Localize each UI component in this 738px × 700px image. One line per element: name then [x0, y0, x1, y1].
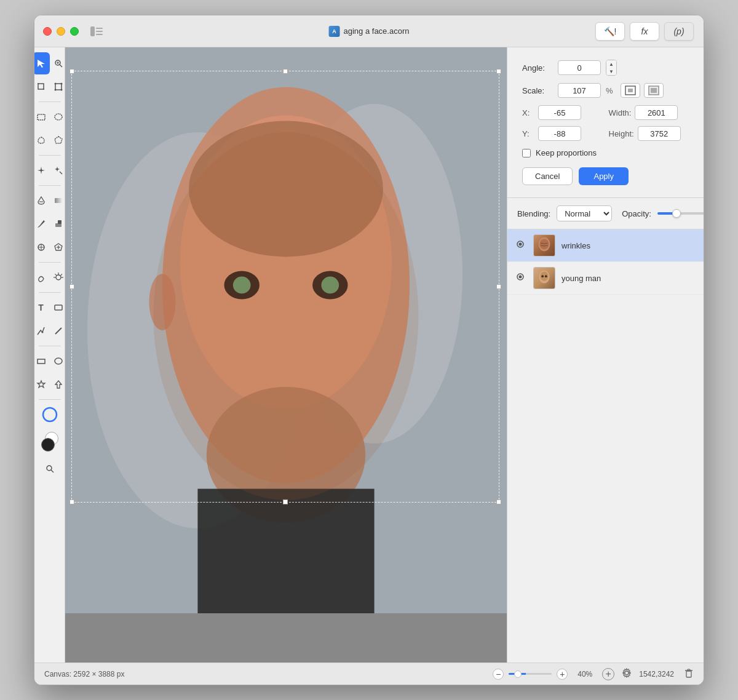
add-layer-button[interactable]: + — [602, 668, 614, 680]
layer-settings-button[interactable] — [622, 668, 632, 680]
y-input[interactable] — [538, 126, 581, 141]
rubber-stamp-tool[interactable] — [34, 236, 50, 258]
fx-panel-button[interactable]: fx — [630, 22, 659, 41]
minimize-button[interactable] — [57, 27, 65, 36]
star-tool[interactable] — [34, 373, 50, 396]
traffic-lights — [43, 27, 79, 36]
arrow-shape-tool[interactable] — [50, 373, 67, 396]
keep-proportions-row: Keep proportions — [522, 148, 689, 157]
canvas-image — [65, 47, 507, 613]
blending-label: Blending: — [517, 209, 550, 218]
text-tool[interactable]: T — [34, 296, 50, 319]
line-tool[interactable] — [50, 320, 67, 342]
magic-select-tool[interactable] — [50, 159, 67, 181]
tools-panel-button[interactable]: 🔨! — [595, 22, 625, 41]
layer-item-young-man[interactable]: young man — [507, 262, 704, 295]
rect-shape-tool[interactable] — [50, 296, 67, 319]
ellipse-select-tool[interactable] — [50, 106, 67, 128]
rect-tool[interactable] — [34, 350, 50, 372]
heal-tool[interactable] — [50, 236, 67, 258]
transform-panel: Angle: ▲ ▼ Scale: % — [507, 47, 704, 198]
svg-marker-40 — [55, 381, 62, 388]
layer-item-wrinkles[interactable]: wrinkles — [507, 229, 704, 262]
poly-lasso-tool[interactable] — [50, 129, 67, 151]
zoom-in-button[interactable]: + — [557, 669, 568, 680]
magnifier-tool[interactable] — [39, 458, 61, 480]
scale-fill-button[interactable] — [644, 83, 664, 98]
scale-fit-button[interactable] — [621, 83, 640, 98]
transform-tool[interactable] — [50, 76, 67, 98]
svg-rect-3 — [96, 34, 103, 35]
svg-point-72 — [625, 671, 629, 675]
layer-name-wrinkles: wrinkles — [561, 241, 696, 250]
svg-point-12 — [54, 89, 56, 91]
height-input[interactable] — [638, 126, 681, 141]
brush-tool[interactable] — [34, 213, 50, 235]
sidebar-toggle-button[interactable] — [89, 25, 105, 38]
apply-button[interactable]: Apply — [579, 167, 629, 185]
scale-label: Scale: — [522, 86, 553, 95]
angle-increment-button[interactable]: ▲ — [606, 60, 616, 68]
select-tool[interactable] — [34, 52, 50, 74]
layer-visibility-young-man[interactable] — [515, 271, 527, 285]
height-label: Height: — [609, 129, 634, 138]
scale-input[interactable] — [558, 83, 601, 98]
width-input[interactable] — [635, 105, 678, 120]
maximize-button[interactable] — [70, 27, 79, 36]
paint-bucket-tool[interactable] — [34, 189, 50, 212]
scale-icons — [621, 83, 664, 98]
keep-proportions-checkbox[interactable] — [522, 149, 531, 157]
p-panel-button[interactable]: (p) — [664, 22, 694, 41]
blending-select[interactable]: Normal Multiply Screen Overlay — [557, 205, 612, 221]
svg-rect-21 — [58, 220, 62, 224]
pen-tool[interactable] — [34, 320, 50, 342]
layer-visibility-wrinkles[interactable] — [515, 239, 527, 252]
crop-tool[interactable] — [34, 76, 50, 98]
app-window: A aging a face.acorn 🔨! fx (p) — [34, 15, 704, 685]
angle-input[interactable] — [558, 60, 601, 75]
ellipse-tool[interactable] — [50, 350, 67, 372]
toolbar: T — [34, 47, 65, 662]
keep-proportions-label[interactable]: Keep proportions — [536, 148, 597, 157]
statusbar-middle: + 1542,3242 — [602, 668, 674, 680]
y-label: Y: — [522, 129, 534, 138]
svg-rect-9 — [55, 84, 62, 90]
file-icon: A — [329, 26, 340, 37]
delete-layer-button[interactable] — [684, 668, 694, 680]
zoom-tool[interactable] — [50, 52, 67, 74]
svg-rect-14 — [38, 114, 45, 120]
burn-dodge-tool[interactable] — [50, 266, 67, 288]
tool-row-6 — [34, 189, 67, 212]
tool-row-8 — [34, 236, 67, 258]
canvas-area[interactable] — [65, 47, 507, 662]
blur-tool[interactable] — [34, 266, 50, 288]
angle-decrement-button[interactable]: ▼ — [606, 68, 616, 75]
svg-line-17 — [60, 172, 62, 174]
magic-wand-tool[interactable] — [34, 159, 50, 181]
rect-select-tool[interactable] — [34, 106, 50, 128]
x-input[interactable] — [538, 105, 581, 120]
cancel-button[interactable]: Cancel — [522, 167, 573, 185]
svg-point-71 — [545, 275, 547, 277]
zoom-slider[interactable] — [509, 673, 552, 675]
scale-unit: % — [606, 86, 613, 95]
close-button[interactable] — [43, 27, 52, 36]
divider-5 — [39, 292, 61, 293]
gradient-tool[interactable] — [50, 189, 67, 212]
svg-point-70 — [541, 275, 544, 277]
lasso-tool[interactable] — [34, 129, 50, 151]
layer-thumbnail-wrinkles — [533, 234, 555, 257]
tool-row-3 — [34, 106, 67, 128]
main-content: T — [34, 47, 704, 662]
divider-1 — [39, 101, 61, 102]
tool-row-7 — [34, 213, 67, 235]
zoom-out-button[interactable]: − — [493, 669, 504, 680]
circle-shape-tool[interactable] — [39, 404, 61, 426]
right-panel: Angle: ▲ ▼ Scale: % — [507, 47, 704, 662]
opacity-slider[interactable] — [657, 212, 704, 215]
tool-row-1 — [34, 52, 67, 74]
eraser-tool[interactable] — [50, 213, 67, 235]
background-color-swatch[interactable] — [41, 438, 55, 451]
svg-point-35 — [41, 332, 43, 333]
layer-thumbnail-young-man — [533, 267, 555, 289]
